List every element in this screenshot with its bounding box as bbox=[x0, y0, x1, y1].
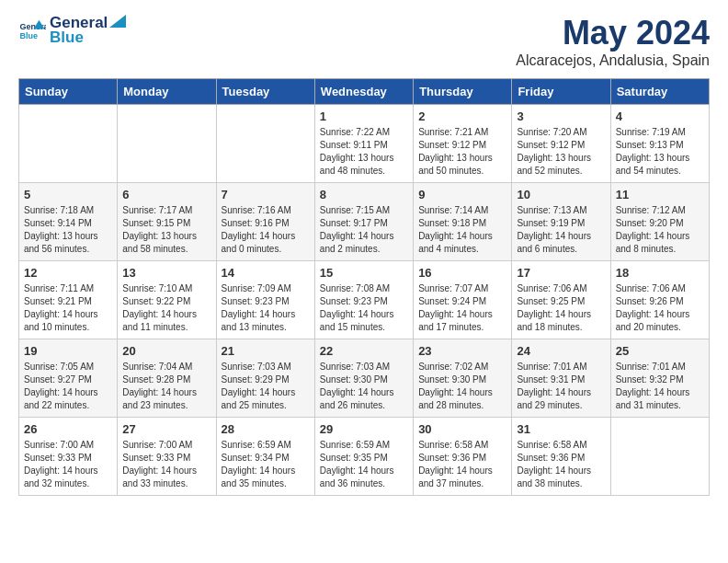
day-number: 6 bbox=[122, 188, 210, 201]
day-number: 1 bbox=[320, 109, 408, 123]
day-number: 7 bbox=[222, 188, 310, 201]
day-number: 10 bbox=[517, 188, 605, 201]
week-row-0: 1Sunrise: 7:22 AM Sunset: 9:11 PM Daylig… bbox=[19, 105, 710, 183]
day-info: Sunrise: 7:06 AM Sunset: 9:25 PM Dayligh… bbox=[517, 282, 605, 334]
day-info: Sunrise: 7:21 AM Sunset: 9:12 PM Dayligh… bbox=[418, 126, 506, 178]
calendar-cell: 8Sunrise: 7:15 AM Sunset: 9:17 PM Daylig… bbox=[314, 183, 413, 261]
calendar-cell bbox=[216, 105, 314, 183]
day-info: Sunrise: 7:06 AM Sunset: 9:26 PM Dayligh… bbox=[616, 282, 704, 334]
weekday-header-wednesday: Wednesday bbox=[314, 79, 413, 105]
calendar-cell: 21Sunrise: 7:03 AM Sunset: 9:29 PM Dayli… bbox=[216, 339, 314, 418]
day-info: Sunrise: 7:01 AM Sunset: 9:32 PM Dayligh… bbox=[616, 361, 704, 412]
svg-text:Blue: Blue bbox=[20, 31, 39, 40]
day-number: 8 bbox=[320, 188, 408, 201]
day-number: 11 bbox=[616, 188, 704, 201]
logo-icon: General Blue bbox=[18, 17, 46, 44]
calendar-cell: 9Sunrise: 7:14 AM Sunset: 9:18 PM Daylig… bbox=[414, 183, 512, 261]
calendar-cell: 22Sunrise: 7:03 AM Sunset: 9:30 PM Dayli… bbox=[314, 339, 413, 418]
calendar-cell: 25Sunrise: 7:01 AM Sunset: 9:32 PM Dayli… bbox=[610, 339, 709, 418]
day-info: Sunrise: 7:02 AM Sunset: 9:30 PM Dayligh… bbox=[418, 361, 506, 412]
calendar-cell: 23Sunrise: 7:02 AM Sunset: 9:30 PM Dayli… bbox=[414, 339, 512, 418]
calendar-cell: 11Sunrise: 7:12 AM Sunset: 9:20 PM Dayli… bbox=[610, 183, 709, 261]
calendar-cell: 16Sunrise: 7:07 AM Sunset: 9:24 PM Dayli… bbox=[414, 261, 512, 339]
day-info: Sunrise: 7:13 AM Sunset: 9:19 PM Dayligh… bbox=[517, 204, 605, 256]
day-number: 24 bbox=[517, 344, 605, 358]
calendar-cell: 10Sunrise: 7:13 AM Sunset: 9:19 PM Dayli… bbox=[512, 183, 610, 261]
day-info: Sunrise: 7:20 AM Sunset: 9:12 PM Dayligh… bbox=[517, 126, 605, 178]
day-number: 22 bbox=[320, 344, 408, 358]
day-info: Sunrise: 7:07 AM Sunset: 9:24 PM Dayligh… bbox=[418, 282, 506, 334]
day-number: 13 bbox=[122, 266, 210, 280]
title-block: May 2024 Alcaracejos, Andalusia, Spain bbox=[516, 14, 710, 69]
day-number: 19 bbox=[24, 344, 112, 358]
day-number: 14 bbox=[222, 266, 310, 280]
calendar-cell: 17Sunrise: 7:06 AM Sunset: 9:25 PM Dayli… bbox=[512, 261, 610, 339]
svg-marker-4 bbox=[109, 15, 126, 28]
calendar-cell: 4Sunrise: 7:19 AM Sunset: 9:13 PM Daylig… bbox=[610, 105, 709, 183]
day-info: Sunrise: 6:58 AM Sunset: 9:36 PM Dayligh… bbox=[418, 439, 506, 490]
day-info: Sunrise: 7:22 AM Sunset: 9:11 PM Dayligh… bbox=[320, 126, 408, 178]
day-info: Sunrise: 7:00 AM Sunset: 9:33 PM Dayligh… bbox=[24, 439, 112, 490]
weekday-row: SundayMondayTuesdayWednesdayThursdayFrid… bbox=[19, 79, 710, 105]
day-info: Sunrise: 7:08 AM Sunset: 9:23 PM Dayligh… bbox=[320, 282, 408, 334]
calendar-cell bbox=[118, 105, 216, 183]
day-number: 5 bbox=[24, 188, 112, 201]
day-info: Sunrise: 6:58 AM Sunset: 9:36 PM Dayligh… bbox=[517, 439, 605, 490]
weekday-header-friday: Friday bbox=[512, 79, 610, 105]
calendar-cell: 2Sunrise: 7:21 AM Sunset: 9:12 PM Daylig… bbox=[414, 105, 512, 183]
day-number: 27 bbox=[122, 422, 210, 436]
calendar-cell: 5Sunrise: 7:18 AM Sunset: 9:14 PM Daylig… bbox=[19, 183, 118, 261]
day-number: 9 bbox=[418, 188, 506, 201]
day-info: Sunrise: 7:19 AM Sunset: 9:13 PM Dayligh… bbox=[616, 126, 704, 178]
day-number: 30 bbox=[418, 422, 506, 436]
day-info: Sunrise: 7:16 AM Sunset: 9:16 PM Dayligh… bbox=[222, 204, 310, 256]
calendar-cell: 7Sunrise: 7:16 AM Sunset: 9:16 PM Daylig… bbox=[216, 183, 314, 261]
calendar-cell: 15Sunrise: 7:08 AM Sunset: 9:23 PM Dayli… bbox=[314, 261, 413, 339]
page-container: General Blue General Blue May 2024 Alcar… bbox=[0, 0, 728, 510]
calendar-cell: 18Sunrise: 7:06 AM Sunset: 9:26 PM Dayli… bbox=[610, 261, 709, 339]
day-number: 3 bbox=[517, 109, 605, 123]
day-number: 4 bbox=[616, 109, 704, 123]
header: General Blue General Blue May 2024 Alcar… bbox=[18, 14, 710, 69]
week-row-1: 5Sunrise: 7:18 AM Sunset: 9:14 PM Daylig… bbox=[19, 183, 710, 261]
calendar-cell: 1Sunrise: 7:22 AM Sunset: 9:11 PM Daylig… bbox=[314, 105, 413, 183]
day-info: Sunrise: 7:05 AM Sunset: 9:27 PM Dayligh… bbox=[24, 361, 112, 412]
weekday-header-tuesday: Tuesday bbox=[216, 79, 314, 105]
day-info: Sunrise: 7:09 AM Sunset: 9:23 PM Dayligh… bbox=[222, 282, 310, 334]
week-row-2: 12Sunrise: 7:11 AM Sunset: 9:21 PM Dayli… bbox=[19, 261, 710, 339]
day-info: Sunrise: 7:18 AM Sunset: 9:14 PM Dayligh… bbox=[24, 204, 112, 256]
day-info: Sunrise: 6:59 AM Sunset: 9:35 PM Dayligh… bbox=[320, 439, 408, 490]
day-info: Sunrise: 7:14 AM Sunset: 9:18 PM Dayligh… bbox=[418, 204, 506, 256]
day-number: 2 bbox=[418, 109, 506, 123]
day-info: Sunrise: 7:11 AM Sunset: 9:21 PM Dayligh… bbox=[24, 282, 112, 334]
calendar-cell: 29Sunrise: 6:59 AM Sunset: 9:35 PM Dayli… bbox=[314, 418, 413, 496]
calendar-cell: 28Sunrise: 6:59 AM Sunset: 9:34 PM Dayli… bbox=[216, 418, 314, 496]
calendar-cell bbox=[610, 418, 709, 496]
calendar-cell: 19Sunrise: 7:05 AM Sunset: 9:27 PM Dayli… bbox=[19, 339, 118, 418]
weekday-header-sunday: Sunday bbox=[19, 79, 118, 105]
day-number: 15 bbox=[320, 266, 408, 280]
day-info: Sunrise: 7:00 AM Sunset: 9:33 PM Dayligh… bbox=[122, 439, 210, 490]
day-number: 21 bbox=[222, 344, 310, 358]
day-number: 18 bbox=[616, 266, 704, 280]
calendar-cell: 6Sunrise: 7:17 AM Sunset: 9:15 PM Daylig… bbox=[118, 183, 216, 261]
day-info: Sunrise: 7:03 AM Sunset: 9:29 PM Dayligh… bbox=[222, 361, 310, 412]
month-title: May 2024 bbox=[516, 14, 710, 52]
calendar-cell: 24Sunrise: 7:01 AM Sunset: 9:31 PM Dayli… bbox=[512, 339, 610, 418]
day-number: 12 bbox=[24, 266, 112, 280]
day-info: Sunrise: 7:15 AM Sunset: 9:17 PM Dayligh… bbox=[320, 204, 408, 256]
calendar-cell: 31Sunrise: 6:58 AM Sunset: 9:36 PM Dayli… bbox=[512, 418, 610, 496]
calendar-cell: 14Sunrise: 7:09 AM Sunset: 9:23 PM Dayli… bbox=[216, 261, 314, 339]
calendar-cell: 26Sunrise: 7:00 AM Sunset: 9:33 PM Dayli… bbox=[19, 418, 118, 496]
day-info: Sunrise: 7:03 AM Sunset: 9:30 PM Dayligh… bbox=[320, 361, 408, 412]
day-info: Sunrise: 7:12 AM Sunset: 9:20 PM Dayligh… bbox=[616, 204, 704, 256]
day-info: Sunrise: 7:04 AM Sunset: 9:28 PM Dayligh… bbox=[122, 361, 210, 412]
week-row-3: 19Sunrise: 7:05 AM Sunset: 9:27 PM Dayli… bbox=[19, 339, 710, 418]
day-info: Sunrise: 7:01 AM Sunset: 9:31 PM Dayligh… bbox=[517, 361, 605, 412]
weekday-header-monday: Monday bbox=[118, 79, 216, 105]
calendar-cell: 27Sunrise: 7:00 AM Sunset: 9:33 PM Dayli… bbox=[118, 418, 216, 496]
day-number: 31 bbox=[517, 422, 605, 436]
calendar-cell: 13Sunrise: 7:10 AM Sunset: 9:22 PM Dayli… bbox=[118, 261, 216, 339]
calendar-cell: 3Sunrise: 7:20 AM Sunset: 9:12 PM Daylig… bbox=[512, 105, 610, 183]
day-number: 29 bbox=[320, 422, 408, 436]
